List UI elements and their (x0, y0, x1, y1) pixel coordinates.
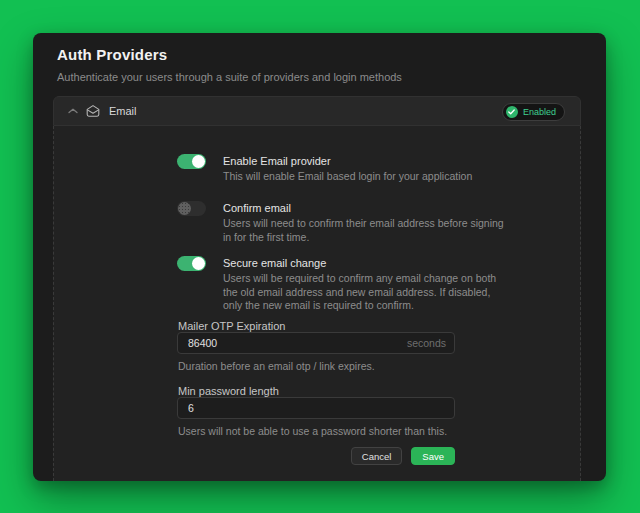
email-provider-card: Email Enabled Enable Email provider This… (53, 96, 581, 481)
toggle-description: Users will be required to confirm any em… (223, 272, 541, 313)
status-badge-label: Enabled (523, 107, 556, 117)
mailer-otp-expiration-input[interactable] (177, 332, 455, 354)
toggle-label: Enable Email provider (223, 154, 541, 168)
min-password-length-input[interactable] (177, 397, 455, 419)
page-subtitle: Authenticate your users through a suite … (57, 71, 402, 83)
toggle-knob (192, 257, 205, 270)
provider-name-label: Email (109, 105, 137, 117)
toggle-row-secure-email-change: Secure email change Users will be requir… (177, 256, 541, 313)
email-provider-accordion-header[interactable]: Email Enabled (53, 96, 581, 126)
status-badge: Enabled (502, 103, 565, 121)
toggle-knob (192, 155, 205, 168)
min-password-length-label: Min password length (178, 385, 279, 397)
toggle-knob (178, 202, 191, 215)
mailer-otp-expiration-label: Mailer OTP Expiration (178, 320, 285, 332)
confirm-email-toggle[interactable] (177, 201, 206, 216)
enable-email-provider-toggle[interactable] (177, 154, 206, 169)
form-footer: Cancel Save (177, 447, 455, 465)
toggle-label: Secure email change (223, 256, 541, 270)
save-button[interactable]: Save (411, 447, 455, 465)
min-password-length-field (177, 397, 455, 419)
auth-settings-panel: Auth Providers Authenticate your users t… (33, 33, 606, 481)
cancel-button[interactable]: Cancel (351, 447, 403, 465)
check-icon (506, 106, 518, 118)
toggle-row-enable-email: Enable Email provider This will enable E… (177, 154, 541, 184)
page-title: Auth Providers (57, 46, 167, 63)
email-settings-form: Enable Email provider This will enable E… (177, 126, 455, 481)
mailer-otp-expiration-description: Duration before an email otp / link expi… (178, 360, 375, 372)
min-password-length-description: Users will not be able to use a password… (178, 425, 447, 437)
mailer-otp-expiration-field: seconds (177, 332, 455, 354)
toggle-description: This will enable Email based login for y… (223, 170, 541, 184)
chevron-up-icon (68, 108, 78, 114)
toggle-row-confirm-email: Confirm email Users will need to confirm… (177, 201, 541, 244)
toggle-label: Confirm email (223, 201, 541, 215)
toggle-description: Users will need to confirm their email a… (223, 217, 541, 244)
mail-open-icon (86, 104, 100, 118)
secure-email-change-toggle[interactable] (177, 256, 206, 271)
email-provider-settings-body: Enable Email provider This will enable E… (53, 126, 581, 481)
